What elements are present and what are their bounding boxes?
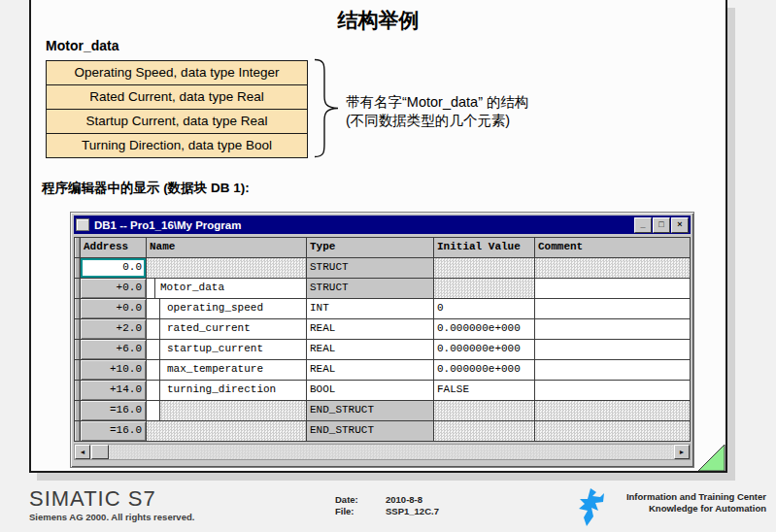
comment-cell[interactable] <box>535 360 690 380</box>
type-cell[interactable]: BOOL <box>307 381 434 400</box>
name-text: max_temperature <box>160 360 263 380</box>
type-cell[interactable]: END_STRUCT <box>307 421 434 441</box>
footer-brand: SIMATIC S7 <box>29 486 156 512</box>
table-row: +0.0Motor_dataSTRUCT <box>75 279 690 299</box>
struct-name-label: Motor_data <box>46 38 118 53</box>
address-cell[interactable]: +10.0 <box>81 360 147 380</box>
address-value[interactable]: =16.0 <box>81 401 146 420</box>
date-label: Date: <box>335 494 386 506</box>
address-cell[interactable]: =16.0 <box>81 421 147 441</box>
comment-cell[interactable] <box>535 421 690 441</box>
window-title: DB1 -- Pro1_16\My Program <box>94 219 634 231</box>
indent-guide <box>147 279 155 298</box>
editor-caption: 程序编辑器中的显示 (数据块 DB 1): <box>42 180 250 197</box>
address-cell[interactable]: +0.0 <box>81 279 147 298</box>
window-titlebar[interactable]: DB1 -- Pro1_16\My Program _ □ × <box>74 216 691 234</box>
table-row: +0.0operating_speedINT0 <box>75 299 690 319</box>
column-header-comment: Comment <box>535 238 690 257</box>
hatch-fill <box>160 401 306 420</box>
column-header-type: Type <box>307 238 434 257</box>
initial-value-cell[interactable] <box>434 421 535 441</box>
struct-diagram: Operating Speed, data type IntegerRated … <box>46 60 308 158</box>
name-cell[interactable]: max_temperature <box>147 360 307 380</box>
name-cell[interactable]: Motor_data <box>147 279 307 298</box>
scroll-right-icon[interactable]: ► <box>674 445 690 459</box>
indent-guide <box>147 360 160 380</box>
address-value[interactable]: =16.0 <box>81 421 146 441</box>
name-cell[interactable]: operating_speed <box>147 299 307 318</box>
initial-value-cell[interactable]: 0.000000e+000 <box>434 360 535 380</box>
training-center-line-1: Information and Training Center <box>626 491 766 503</box>
address-value[interactable]: +14.0 <box>81 381 146 400</box>
comment-cell[interactable] <box>535 279 690 298</box>
type-cell[interactable]: REAL <box>307 340 434 359</box>
name-cell[interactable] <box>147 401 307 420</box>
indent-guide <box>147 299 160 318</box>
address-cell[interactable]: +6.0 <box>81 340 147 359</box>
type-cell[interactable]: END_STRUCT <box>307 401 434 420</box>
file-label: File: <box>335 506 386 517</box>
initial-value-cell[interactable]: 0.000000e+000 <box>434 340 535 359</box>
address-cell[interactable]: 0.0 <box>81 258 147 278</box>
address-value[interactable]: +10.0 <box>81 360 146 380</box>
initial-value-cell[interactable] <box>434 258 535 278</box>
horizontal-scrollbar[interactable]: ◄ ► <box>74 444 691 460</box>
name-text: turning_direction <box>160 381 276 400</box>
table-row: =16.0END_STRUCT <box>75 421 690 441</box>
db-editor-window: DB1 -- Pro1_16\My Program _ □ × AddressN… <box>70 212 694 468</box>
page: 结构举例 Motor_data Operating Speed, data ty… <box>0 0 776 532</box>
initial-value-cell[interactable] <box>434 279 535 298</box>
name-cell[interactable] <box>147 258 307 278</box>
name-cell[interactable] <box>147 421 307 441</box>
file-value: SSP1_12C.7 <box>386 506 439 517</box>
address-value[interactable]: +0.0 <box>81 279 146 298</box>
address-cell[interactable]: +2.0 <box>81 319 147 339</box>
slide-title: 结构举例 <box>31 7 725 34</box>
indent-guide <box>147 381 160 400</box>
initial-value-cell[interactable]: 0 <box>434 299 535 318</box>
declaration-table: AddressNameTypeInitial ValueComment0.0ST… <box>74 237 691 442</box>
comment-cell[interactable] <box>535 319 690 339</box>
column-header-initial-value: Initial Value <box>434 238 535 257</box>
close-icon[interactable]: × <box>671 217 689 233</box>
window-controls: _ □ × <box>634 217 689 233</box>
name-cell[interactable]: turning_direction <box>147 381 307 400</box>
table-row: +14.0turning_directionBOOLFALSE <box>75 381 690 401</box>
comment-cell[interactable] <box>535 299 690 318</box>
address-value[interactable]: +2.0 <box>81 319 146 339</box>
initial-value-cell[interactable]: 0.000000e+000 <box>434 319 535 339</box>
minimize-icon[interactable]: _ <box>634 217 652 233</box>
type-cell[interactable]: REAL <box>307 360 434 380</box>
name-cell[interactable]: startup_current <box>147 340 307 359</box>
address-value[interactable]: +6.0 <box>81 340 146 359</box>
address-value[interactable]: +0.0 <box>81 299 146 318</box>
table-row: =16.0END_STRUCT <box>75 401 690 421</box>
address-cell[interactable]: +14.0 <box>81 381 147 400</box>
name-cell[interactable]: rated_current <box>147 319 307 339</box>
comment-cell[interactable] <box>535 401 690 420</box>
comment-cell[interactable] <box>535 258 690 278</box>
curly-brace-icon <box>313 58 340 158</box>
annotation-line-1: 带有名字“Motor_data” 的结构 <box>346 93 529 112</box>
type-cell[interactable]: STRUCT <box>307 258 434 278</box>
indent-guide <box>147 319 160 339</box>
struct-row: Startup Current, data type Real <box>47 110 307 134</box>
comment-cell[interactable] <box>535 340 690 359</box>
struct-row: Turning Direction, data type Bool <box>47 134 307 157</box>
address-cell[interactable]: +0.0 <box>81 299 147 318</box>
struct-row: Operating Speed, data type Integer <box>47 61 307 85</box>
comment-cell[interactable] <box>535 381 690 400</box>
type-cell[interactable]: REAL <box>307 319 434 339</box>
table-row: +10.0max_temperatureREAL0.000000e+000 <box>75 360 690 381</box>
address-cell[interactable]: =16.0 <box>81 401 147 420</box>
type-cell[interactable]: INT <box>307 299 434 318</box>
scrollbar-thumb[interactable] <box>91 445 109 459</box>
initial-value-cell[interactable] <box>434 401 535 420</box>
corner-triangle-icon <box>698 445 725 471</box>
type-cell[interactable]: STRUCT <box>307 279 434 298</box>
scroll-left-icon[interactable]: ◄ <box>75 445 90 459</box>
maximize-icon[interactable]: □ <box>653 217 670 233</box>
selected-address-cell[interactable]: 0.0 <box>81 258 146 278</box>
window-icon <box>76 218 89 231</box>
initial-value-cell[interactable]: FALSE <box>434 381 535 400</box>
